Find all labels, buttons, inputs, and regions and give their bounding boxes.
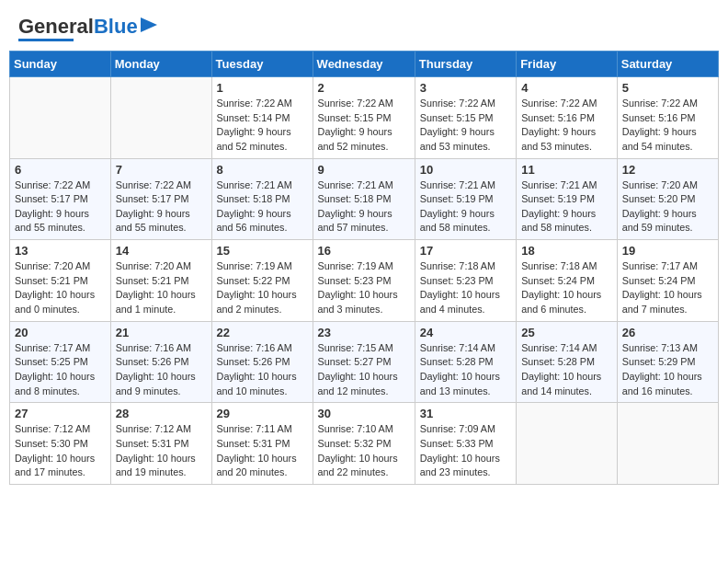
day-header-saturday: Saturday: [617, 52, 718, 77]
calendar-cell: 12Sunrise: 7:20 AM Sunset: 5:20 PM Dayli…: [617, 158, 718, 240]
day-info: Sunrise: 7:14 AM Sunset: 5:28 PM Dayligh…: [521, 341, 612, 399]
logo: GeneralBlue: [18, 17, 157, 41]
day-number: 27: [15, 407, 106, 420]
day-number: 13: [15, 244, 106, 258]
day-info: Sunrise: 7:18 AM Sunset: 5:23 PM Dayligh…: [420, 259, 511, 317]
logo-underline: [18, 39, 74, 41]
day-info: Sunrise: 7:22 AM Sunset: 5:17 PM Dayligh…: [15, 178, 106, 236]
calendar-header-row: SundayMondayTuesdayWednesdayThursdayFrid…: [10, 52, 719, 77]
calendar-cell: 13Sunrise: 7:20 AM Sunset: 5:21 PM Dayli…: [10, 240, 111, 322]
calendar-cell: 1Sunrise: 7:22 AM Sunset: 5:14 PM Daylig…: [211, 77, 313, 159]
calendar-cell: 28Sunrise: 7:12 AM Sunset: 5:31 PM Dayli…: [110, 403, 211, 485]
day-info: Sunrise: 7:22 AM Sunset: 5:15 PM Dayligh…: [420, 97, 511, 155]
calendar-cell: 24Sunrise: 7:14 AM Sunset: 5:28 PM Dayli…: [415, 321, 516, 403]
day-header-sunday: Sunday: [10, 52, 111, 77]
day-number: 28: [116, 407, 207, 420]
day-number: 31: [420, 407, 511, 420]
day-info: Sunrise: 7:22 AM Sunset: 5:16 PM Dayligh…: [622, 97, 713, 155]
day-number: 20: [15, 326, 106, 339]
day-header-tuesday: Tuesday: [211, 52, 313, 77]
calendar-cell: 30Sunrise: 7:10 AM Sunset: 5:32 PM Dayli…: [313, 403, 415, 485]
calendar-cell: 26Sunrise: 7:13 AM Sunset: 5:29 PM Dayli…: [617, 321, 718, 403]
day-info: Sunrise: 7:19 AM Sunset: 5:22 PM Dayligh…: [217, 259, 308, 317]
day-number: 6: [15, 163, 106, 177]
day-number: 10: [420, 163, 511, 177]
day-number: 26: [622, 326, 713, 339]
day-info: Sunrise: 7:20 AM Sunset: 5:21 PM Dayligh…: [116, 259, 207, 317]
day-info: Sunrise: 7:10 AM Sunset: 5:32 PM Dayligh…: [318, 422, 410, 480]
calendar-cell: 10Sunrise: 7:21 AM Sunset: 5:19 PM Dayli…: [415, 158, 516, 240]
day-number: 9: [318, 163, 410, 177]
calendar-cell: [110, 77, 211, 159]
calendar-cell: 23Sunrise: 7:15 AM Sunset: 5:27 PM Dayli…: [313, 321, 415, 403]
day-number: 2: [318, 81, 410, 95]
calendar-cell: 29Sunrise: 7:11 AM Sunset: 5:31 PM Dayli…: [211, 403, 313, 485]
day-number: 23: [318, 326, 410, 339]
calendar-cell: 20Sunrise: 7:17 AM Sunset: 5:25 PM Dayli…: [10, 321, 111, 403]
logo-arrow-icon: [141, 17, 157, 32]
day-info: Sunrise: 7:20 AM Sunset: 5:21 PM Dayligh…: [15, 259, 106, 317]
day-info: Sunrise: 7:22 AM Sunset: 5:16 PM Dayligh…: [521, 97, 612, 155]
day-info: Sunrise: 7:22 AM Sunset: 5:17 PM Dayligh…: [116, 178, 207, 236]
day-header-thursday: Thursday: [415, 52, 516, 77]
day-number: 5: [622, 81, 713, 95]
day-number: 8: [217, 163, 308, 177]
day-header-monday: Monday: [110, 52, 211, 77]
calendar-cell: 14Sunrise: 7:20 AM Sunset: 5:21 PM Dayli…: [110, 240, 211, 322]
day-number: 21: [116, 326, 207, 339]
calendar-cell: [517, 403, 618, 485]
calendar-cell: 31Sunrise: 7:09 AM Sunset: 5:33 PM Dayli…: [415, 403, 516, 485]
calendar-week-row: 13Sunrise: 7:20 AM Sunset: 5:21 PM Dayli…: [10, 240, 719, 322]
day-header-friday: Friday: [517, 52, 618, 77]
day-number: 14: [116, 244, 207, 258]
day-number: 25: [521, 326, 612, 339]
day-info: Sunrise: 7:21 AM Sunset: 5:19 PM Dayligh…: [420, 178, 511, 236]
day-header-wednesday: Wednesday: [313, 52, 415, 77]
day-number: 3: [420, 81, 511, 95]
calendar-cell: 15Sunrise: 7:19 AM Sunset: 5:22 PM Dayli…: [211, 240, 313, 322]
calendar-week-row: 20Sunrise: 7:17 AM Sunset: 5:25 PM Dayli…: [10, 321, 719, 403]
day-info: Sunrise: 7:21 AM Sunset: 5:18 PM Dayligh…: [318, 178, 410, 236]
day-number: 4: [521, 81, 612, 95]
day-info: Sunrise: 7:13 AM Sunset: 5:29 PM Dayligh…: [622, 341, 713, 399]
calendar-cell: 7Sunrise: 7:22 AM Sunset: 5:17 PM Daylig…: [110, 158, 211, 240]
day-number: 11: [521, 163, 612, 177]
day-number: 29: [217, 407, 308, 420]
calendar-cell: 6Sunrise: 7:22 AM Sunset: 5:17 PM Daylig…: [10, 158, 111, 240]
calendar-cell: 27Sunrise: 7:12 AM Sunset: 5:30 PM Dayli…: [10, 403, 111, 485]
calendar-cell: 5Sunrise: 7:22 AM Sunset: 5:16 PM Daylig…: [617, 77, 718, 159]
day-info: Sunrise: 7:14 AM Sunset: 5:28 PM Dayligh…: [420, 341, 511, 399]
calendar-cell: 19Sunrise: 7:17 AM Sunset: 5:24 PM Dayli…: [617, 240, 718, 322]
calendar-cell: 16Sunrise: 7:19 AM Sunset: 5:23 PM Dayli…: [313, 240, 415, 322]
day-info: Sunrise: 7:18 AM Sunset: 5:24 PM Dayligh…: [521, 259, 612, 317]
day-info: Sunrise: 7:22 AM Sunset: 5:15 PM Dayligh…: [318, 97, 410, 155]
day-info: Sunrise: 7:21 AM Sunset: 5:18 PM Dayligh…: [217, 178, 308, 236]
day-info: Sunrise: 7:16 AM Sunset: 5:26 PM Dayligh…: [116, 341, 207, 399]
calendar-cell: 8Sunrise: 7:21 AM Sunset: 5:18 PM Daylig…: [211, 158, 313, 240]
day-number: 15: [217, 244, 308, 258]
calendar-table: SundayMondayTuesdayWednesdayThursdayFrid…: [9, 51, 719, 485]
day-number: 17: [420, 244, 511, 258]
svg-marker-0: [141, 17, 157, 32]
logo-text: GeneralBlue: [18, 17, 138, 37]
day-info: Sunrise: 7:20 AM Sunset: 5:20 PM Dayligh…: [622, 178, 713, 236]
calendar-week-row: 1Sunrise: 7:22 AM Sunset: 5:14 PM Daylig…: [10, 77, 719, 159]
day-number: 12: [622, 163, 713, 177]
day-number: 7: [116, 163, 207, 177]
day-info: Sunrise: 7:09 AM Sunset: 5:33 PM Dayligh…: [420, 422, 511, 480]
day-info: Sunrise: 7:17 AM Sunset: 5:25 PM Dayligh…: [15, 341, 106, 399]
day-info: Sunrise: 7:12 AM Sunset: 5:30 PM Dayligh…: [15, 422, 106, 480]
day-info: Sunrise: 7:11 AM Sunset: 5:31 PM Dayligh…: [217, 422, 308, 480]
calendar-cell: 22Sunrise: 7:16 AM Sunset: 5:26 PM Dayli…: [211, 321, 313, 403]
day-number: 18: [521, 244, 612, 258]
calendar-cell: [10, 77, 111, 159]
calendar-week-row: 27Sunrise: 7:12 AM Sunset: 5:30 PM Dayli…: [10, 403, 719, 485]
page-header: GeneralBlue: [9, 9, 719, 45]
calendar-cell: [617, 403, 718, 485]
day-info: Sunrise: 7:15 AM Sunset: 5:27 PM Dayligh…: [318, 341, 410, 399]
calendar-week-row: 6Sunrise: 7:22 AM Sunset: 5:17 PM Daylig…: [10, 158, 719, 240]
day-number: 22: [217, 326, 308, 339]
day-number: 16: [318, 244, 410, 258]
day-info: Sunrise: 7:22 AM Sunset: 5:14 PM Dayligh…: [217, 97, 308, 155]
day-number: 24: [420, 326, 511, 339]
